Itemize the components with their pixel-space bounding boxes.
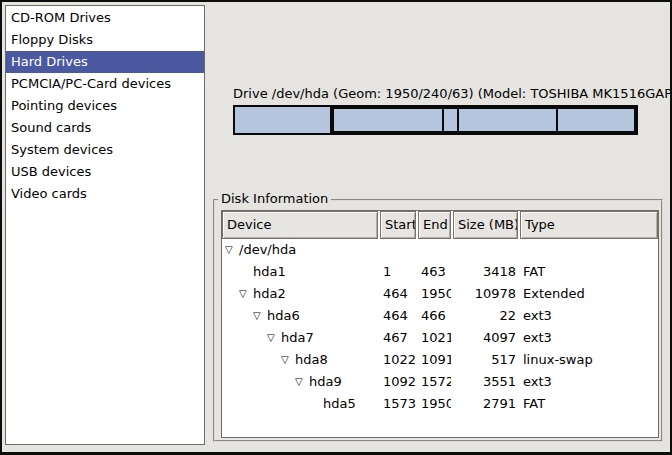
- sidebar-item-cd-rom-drives[interactable]: CD-ROM Drives: [6, 7, 204, 29]
- tree-indent: [225, 294, 239, 295]
- end-cell: 1572: [418, 371, 451, 393]
- device-cell: hda1: [222, 261, 378, 283]
- size-cell: [453, 239, 518, 261]
- size-cell: 3551: [453, 371, 518, 393]
- table-row-hda6[interactable]: ▽hda646446622ext3: [222, 305, 658, 327]
- device-cell: ▽hda9: [222, 371, 378, 393]
- type-cell: FAT: [520, 393, 658, 415]
- table-row-hda7[interactable]: ▽hda746710214097ext3: [222, 327, 658, 349]
- end-cell: 1021: [418, 327, 451, 349]
- type-cell: Extended: [520, 283, 658, 305]
- table-row-hda5[interactable]: hda5157319502791FAT: [222, 393, 658, 415]
- sidebar-item-pointing-devices[interactable]: Pointing devices: [6, 95, 204, 117]
- start-cell: 1092: [380, 371, 416, 393]
- group-label: Disk Information: [218, 191, 331, 207]
- expander-icon[interactable]: ▽: [295, 371, 309, 393]
- column-header-type[interactable]: Type: [520, 211, 658, 239]
- end-cell: 463: [418, 261, 451, 283]
- sidebar-item-video-cards[interactable]: Video cards: [6, 183, 204, 205]
- start-cell: 1022: [380, 349, 416, 371]
- table-row-hda2[interactable]: ▽hda2464195010978Extended: [222, 283, 658, 305]
- size-cell: 2791: [453, 393, 518, 415]
- sidebar-item-sound-cards[interactable]: Sound cards: [6, 117, 204, 139]
- device-name: hda7: [281, 327, 314, 349]
- table-row-hda1[interactable]: hda114633418FAT: [222, 261, 658, 283]
- tree-indent: [225, 360, 281, 361]
- end-cell: [418, 239, 451, 261]
- device-cell: ▽hda7: [222, 327, 378, 349]
- start-cell: 467: [380, 327, 416, 349]
- tree-indent: [225, 382, 295, 383]
- type-cell: ext3: [520, 305, 658, 327]
- tree-indent: [225, 338, 267, 339]
- sidebar-item-pcmcia-pc-card-devices[interactable]: PCMCIA/PC-Card devices: [6, 73, 204, 95]
- type-cell: linux-swap: [520, 349, 658, 371]
- device-name: hda2: [253, 283, 286, 305]
- column-header-end[interactable]: End: [418, 211, 451, 239]
- sidebar-item-floppy-disks[interactable]: Floppy Disks: [6, 29, 204, 51]
- disk-information-group: Disk Information DeviceStartEndSize (MB)…: [213, 199, 663, 442]
- expander-icon[interactable]: ▽: [281, 349, 295, 371]
- partition-bar: [233, 105, 638, 135]
- tree-indent: [225, 272, 239, 273]
- device-cell: ▽hda8: [222, 349, 378, 371]
- size-cell: 22: [453, 305, 518, 327]
- partition-segment-hda5: [558, 109, 634, 131]
- end-cell: 466: [418, 305, 451, 327]
- table-row-hda9[interactable]: ▽hda9109215723551ext3: [222, 371, 658, 393]
- disk-table: DeviceStartEndSize (MB)Type ▽/dev/hdahda…: [221, 210, 659, 438]
- start-cell: 464: [380, 305, 416, 327]
- partition-segment-hda9: [459, 109, 558, 131]
- sidebar-item-system-devices[interactable]: System devices: [6, 139, 204, 161]
- type-cell: [520, 239, 658, 261]
- device-name: /dev/hda: [239, 239, 296, 261]
- disk-table-header: DeviceStartEndSize (MB)Type: [222, 211, 658, 239]
- sidebar-item-usb-devices[interactable]: USB devices: [6, 161, 204, 183]
- table-row-hda8[interactable]: ▽hda810221091517linux-swap: [222, 349, 658, 371]
- device-name: hda1: [253, 261, 286, 283]
- size-cell: 517: [453, 349, 518, 371]
- type-cell: FAT: [520, 261, 658, 283]
- device-cell: ▽hda6: [222, 305, 378, 327]
- device-cell: ▽hda2: [222, 283, 378, 305]
- start-cell: [380, 239, 416, 261]
- size-cell: 10978: [453, 283, 518, 305]
- disk-table-body: ▽/dev/hdahda114633418FAT▽hda246419501097…: [222, 239, 658, 415]
- start-cell: 464: [380, 283, 416, 305]
- device-name: hda6: [267, 305, 300, 327]
- partition-segment-hda7: [334, 109, 443, 131]
- category-list: CD-ROM DrivesFloppy DisksHard DrivesPCMC…: [5, 5, 205, 445]
- expander-icon[interactable]: ▽: [253, 305, 267, 327]
- device-name: hda9: [309, 371, 342, 393]
- expander-icon[interactable]: ▽: [267, 327, 281, 349]
- size-cell: 4097: [453, 327, 518, 349]
- tree-indent: [225, 404, 309, 405]
- drive-title: Drive /dev/hda (Geom: 1950/240/63) (Mode…: [233, 86, 638, 102]
- sidebar-item-hard-drives[interactable]: Hard Drives: [6, 51, 204, 73]
- column-header-device[interactable]: Device: [222, 211, 378, 239]
- partition-segment-hda1: [235, 107, 332, 133]
- partition-extended-hda2: [332, 107, 636, 133]
- device-name: hda8: [295, 349, 328, 371]
- end-cell: 1091: [418, 349, 451, 371]
- column-header-start[interactable]: Start: [380, 211, 416, 239]
- partition-segment-hda8: [444, 109, 459, 131]
- type-cell: ext3: [520, 371, 658, 393]
- size-cell: 3418: [453, 261, 518, 283]
- column-header-size-mb[interactable]: Size (MB): [453, 211, 518, 239]
- start-cell: 1573: [380, 393, 416, 415]
- type-cell: ext3: [520, 327, 658, 349]
- expander-icon[interactable]: ▽: [239, 283, 253, 305]
- device-cell: hda5: [222, 393, 378, 415]
- hardware-browser-window: CD-ROM DrivesFloppy DisksHard DrivesPCMC…: [0, 0, 672, 455]
- end-cell: 1950: [418, 393, 451, 415]
- device-cell: ▽/dev/hda: [222, 239, 378, 261]
- end-cell: 1950: [418, 283, 451, 305]
- expander-icon[interactable]: ▽: [225, 239, 239, 261]
- start-cell: 1: [380, 261, 416, 283]
- table-row-dev-hda[interactable]: ▽/dev/hda: [222, 239, 658, 261]
- tree-indent: [225, 316, 253, 317]
- device-name: hda5: [323, 393, 356, 415]
